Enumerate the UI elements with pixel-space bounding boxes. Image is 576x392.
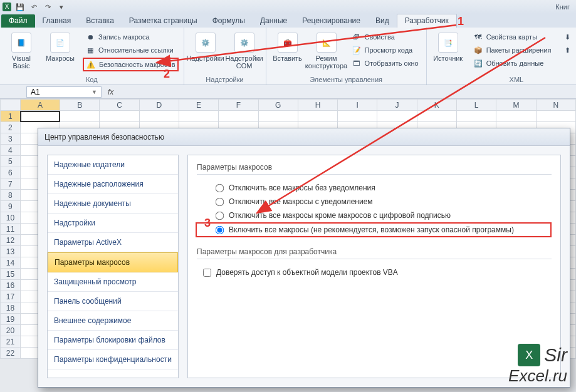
row-header[interactable]: 13 [1,246,21,257]
com-addins-button[interactable]: ⚙️ Надстройки COM [228,31,261,70]
tab-review[interactable]: Рецензирование [295,14,368,28]
column-header[interactable]: I [338,100,377,111]
cell[interactable] [377,111,417,122]
row-header[interactable]: 17 [1,291,21,302]
xml-export-button[interactable]: ⬆ Экспор [560,44,576,56]
column-header[interactable]: J [377,100,417,111]
macro-option[interactable]: Отключить все макросы без уведомления [197,181,552,195]
trust-vba-checkbox-row[interactable]: Доверять доступ к объектной модели проек… [197,266,552,279]
nav-item[interactable]: Параметры блокировки файлов [48,331,178,350]
view-code-button[interactable]: 📝 Просмотр кода [349,44,421,56]
nav-item[interactable]: Параметры макросов [48,252,178,272]
macros-button[interactable]: 📄 Макросы [44,31,76,62]
column-header[interactable]: C [100,100,139,111]
column-header[interactable]: M [496,100,536,111]
tab-formulas[interactable]: Формулы [205,14,253,28]
cell[interactable] [258,111,298,122]
properties-button[interactable]: 🗊 Свойства [349,31,421,43]
column-header[interactable]: E [179,100,218,111]
row-header[interactable]: 15 [1,269,21,280]
row-header[interactable]: 7 [1,178,21,190]
cell[interactable] [139,111,179,122]
radio[interactable] [216,211,224,220]
run-dialog-button[interactable]: 🗔 Отобразить окно [349,58,421,69]
row-header[interactable]: 12 [1,235,21,246]
macro-option[interactable]: Отключить все макросы с уведомлением [197,195,552,209]
row-header[interactable]: 9 [1,201,21,212]
row-header[interactable]: 11 [1,224,21,235]
column-header[interactable]: D [139,100,179,111]
cell[interactable] [100,111,139,122]
cell[interactable] [456,111,496,122]
nav-item[interactable]: Надежные документы [48,194,178,214]
xml-import-button[interactable]: ⬇ Импор [560,31,576,43]
column-header[interactable]: N [536,100,575,111]
row-header[interactable]: 3 [1,133,21,145]
nav-item[interactable]: Надежные расположения [48,175,178,194]
row-header[interactable]: 6 [1,167,21,178]
tab-developer[interactable]: Разработчик [397,14,457,28]
row-header[interactable]: 14 [1,257,21,269]
cell[interactable] [338,111,377,122]
column-header[interactable]: L [456,100,496,111]
radio[interactable] [216,183,224,192]
insert-controls-button[interactable]: 🧰 Вставить [271,31,304,62]
cell[interactable] [20,111,60,122]
cell[interactable] [536,111,575,122]
radio[interactable] [216,225,224,234]
trust-vba-checkbox[interactable] [203,269,211,277]
column-header[interactable]: H [298,100,337,111]
macro-option[interactable]: Отключить все макросы кроме макросов с ц… [197,209,552,222]
xml-source-button[interactable]: 📑 Источник [432,31,464,62]
row-header[interactable]: 22 [1,348,21,359]
column-header[interactable]: K [417,100,456,111]
nav-item[interactable]: Защищенный просмотр [48,272,178,292]
expansion-packs-button[interactable]: 📦 Пакеты расширения [471,44,554,56]
nav-item[interactable]: Внешнее содержимое [48,311,178,331]
record-macro-button[interactable]: ⏺ Запись макроса [83,31,179,43]
column-header[interactable]: F [219,100,258,111]
row-header[interactable]: 5 [1,156,21,167]
row-header[interactable]: 2 [1,122,21,133]
row-header[interactable]: 1 [1,111,21,122]
cell[interactable] [60,111,100,122]
row-header[interactable]: 16 [1,280,21,291]
row-header[interactable]: 10 [1,212,21,224]
tab-insert[interactable]: Вставка [78,14,122,28]
nav-item[interactable]: Надстройки [48,214,178,233]
qat-dropdown-icon[interactable]: ▾ [56,2,66,12]
relative-references-button[interactable]: ▦ Относительные ссылки [83,44,179,56]
tab-page-layout[interactable]: Разметка страницы [122,14,205,28]
tab-home[interactable]: Главная [35,14,79,28]
tab-view[interactable]: Вид [368,14,397,28]
refresh-data-button[interactable]: 🔄 Обновить данные [471,58,554,69]
cell[interactable] [219,111,258,122]
row-header[interactable]: 4 [1,145,21,156]
undo-icon[interactable]: ↶ [29,2,39,12]
visual-basic-button[interactable]: 📘 Visual Basic [5,31,38,70]
macro-option[interactable]: Включить все макросы (не рекомендуется, … [196,222,552,237]
nav-item[interactable]: Параметры ActiveX [48,233,178,252]
column-header[interactable]: A [20,100,60,111]
map-properties-button[interactable]: 🗺 Свойства карты [471,31,554,43]
row-header[interactable]: 21 [1,336,21,348]
tab-data[interactable]: Данные [253,14,295,28]
nav-item[interactable]: Панель сообщений [48,292,178,311]
select-all-corner[interactable] [1,100,21,111]
row-header[interactable]: 8 [1,190,21,201]
redo-icon[interactable]: ↷ [43,2,53,12]
design-mode-button[interactable]: 📐 Режим конструктора [310,31,343,70]
fx-icon[interactable]: fx [108,88,113,96]
tab-file[interactable]: Файл [1,14,35,28]
row-header[interactable]: 18 [1,302,21,314]
name-box[interactable]: A1 ▼ [26,86,102,98]
save-icon[interactable]: 💾 [15,2,25,12]
row-header[interactable]: 20 [1,325,21,336]
cell[interactable] [417,111,456,122]
radio[interactable] [216,197,224,206]
cell[interactable] [179,111,218,122]
cell[interactable] [496,111,536,122]
row-header[interactable]: 19 [1,314,21,325]
nav-item[interactable]: Параметры конфиденциальности [48,350,178,369]
column-header[interactable]: G [258,100,298,111]
